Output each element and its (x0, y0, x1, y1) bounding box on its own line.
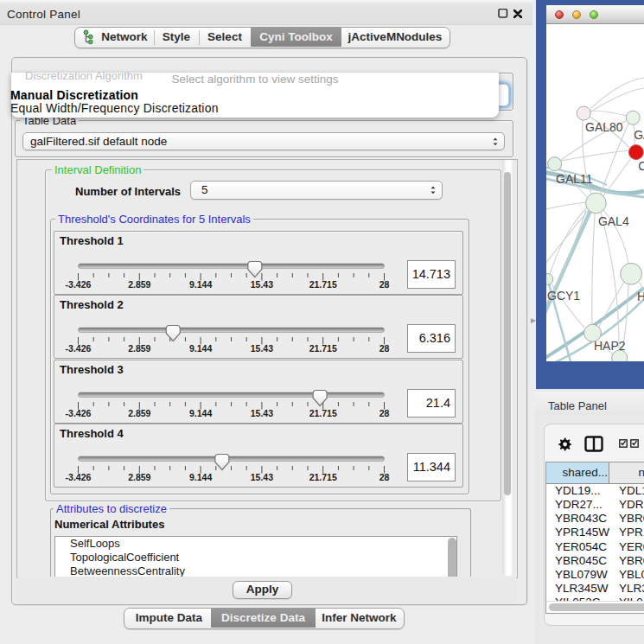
svg-text:21.715: 21.715 (309, 279, 337, 290)
svg-text:28: 28 (379, 408, 390, 418)
svg-text:9.144: 9.144 (189, 279, 212, 290)
svg-text:28: 28 (379, 472, 390, 482)
svg-text:GA: GA (634, 128, 644, 142)
svg-text:-3.426: -3.426 (66, 279, 92, 290)
svg-text:GCY1: GCY1 (547, 289, 580, 303)
svg-text:-3.426: -3.426 (66, 343, 92, 354)
svg-text:21.715: 21.715 (309, 343, 337, 354)
svg-text:-3.426: -3.426 (66, 408, 92, 418)
svg-text:2.859: 2.859 (128, 408, 150, 418)
svg-text:HAP2: HAP2 (594, 339, 626, 353)
svg-text:28: 28 (379, 279, 390, 290)
svg-text:GAL80: GAL80 (585, 120, 623, 134)
svg-text:15.43: 15.43 (251, 279, 273, 290)
svg-text:C: C (638, 159, 644, 173)
svg-text:15.43: 15.43 (251, 343, 273, 354)
svg-text:GAL11: GAL11 (556, 172, 593, 186)
svg-text:15.43: 15.43 (251, 472, 273, 482)
svg-text:9.144: 9.144 (189, 472, 212, 482)
svg-text:28: 28 (379, 343, 390, 354)
svg-text:21.715: 21.715 (309, 408, 337, 418)
svg-text:9.144: 9.144 (189, 343, 212, 354)
svg-text:GAL4: GAL4 (598, 214, 629, 228)
svg-text:9.144: 9.144 (189, 408, 212, 418)
svg-text:2.859: 2.859 (128, 343, 150, 354)
svg-text:-3.426: -3.426 (66, 472, 92, 482)
svg-text:H: H (637, 290, 644, 303)
svg-text:2.859: 2.859 (128, 472, 150, 482)
svg-text:15.43: 15.43 (251, 408, 273, 418)
svg-text:21.715: 21.715 (309, 472, 337, 482)
svg-text:2.859: 2.859 (128, 279, 150, 290)
